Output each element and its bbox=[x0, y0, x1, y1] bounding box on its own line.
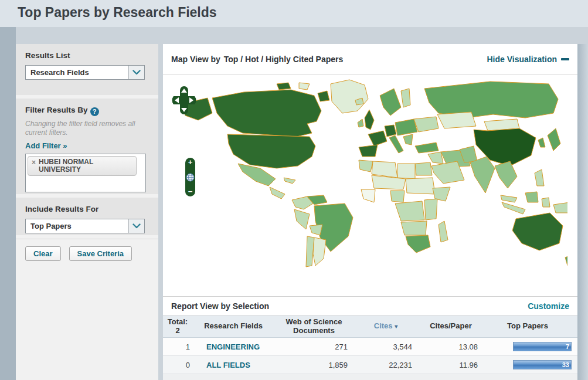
minus-icon bbox=[561, 58, 569, 60]
column-header-cites-sort[interactable]: Cites ▾ bbox=[354, 322, 418, 331]
remove-filter-icon[interactable]: × bbox=[32, 158, 36, 167]
top-papers-bar: 33 bbox=[513, 360, 572, 369]
globe-icon[interactable] bbox=[186, 173, 195, 182]
country-canada bbox=[212, 90, 321, 137]
save-criteria-button[interactable]: Save Criteria bbox=[69, 246, 132, 261]
total-header: Total: 2 bbox=[163, 318, 192, 335]
include-results-selected-value: Top Papers bbox=[26, 222, 128, 230]
report-view-title: Report View by Selection bbox=[171, 301, 269, 311]
filter-results-section: Filter Results By? Changing the filter f… bbox=[16, 99, 158, 194]
country-finland bbox=[401, 89, 410, 107]
country-uk bbox=[365, 110, 374, 130]
country-greenland bbox=[331, 80, 368, 113]
column-header-top-papers: Top Papers bbox=[484, 322, 577, 331]
right-gutter bbox=[577, 44, 588, 380]
total-value: 2 bbox=[163, 327, 192, 335]
country-germany bbox=[385, 125, 396, 137]
zoom-control[interactable]: + − bbox=[185, 158, 195, 196]
top-papers-value: 33 bbox=[562, 361, 569, 368]
left-gutter bbox=[0, 27, 16, 380]
map-countries[interactable] bbox=[182, 80, 567, 267]
country-papua-new-guinea bbox=[553, 202, 567, 213]
country-algeria bbox=[372, 161, 397, 178]
country-spain bbox=[359, 145, 378, 157]
include-results-section: Include Results For Top Papers bbox=[16, 198, 158, 235]
filter-results-label: Filter Results By? bbox=[25, 106, 149, 116]
country-kazakhstan bbox=[437, 112, 476, 128]
country-south-korea bbox=[538, 138, 545, 147]
sort-down-icon: ▾ bbox=[395, 323, 397, 330]
country-australia bbox=[512, 213, 563, 250]
top-papers-value: 7 bbox=[566, 343, 569, 350]
region-southeast-asia bbox=[495, 161, 517, 188]
country-philippines bbox=[535, 169, 544, 186]
chevron-down-icon[interactable] bbox=[128, 66, 144, 79]
country-south-africa bbox=[406, 235, 430, 253]
total-label: Total: bbox=[163, 318, 192, 327]
help-icon[interactable]: ? bbox=[90, 107, 99, 116]
zoom-out-icon[interactable]: − bbox=[188, 188, 193, 195]
country-usa bbox=[227, 134, 315, 168]
filter-chip[interactable]: × HUBEI NORMAL UNIVERSITY bbox=[28, 156, 137, 176]
country-france bbox=[368, 131, 387, 146]
zoom-in-icon[interactable]: + bbox=[188, 159, 193, 166]
map-view-title-prefix: Map View by bbox=[171, 55, 220, 64]
results-list-section: Results List Research Fields bbox=[16, 44, 158, 95]
active-filters-box: × HUBEI NORMAL UNIVERSITY bbox=[25, 154, 146, 192]
country-iraq bbox=[428, 152, 443, 164]
region-central-america bbox=[270, 187, 285, 199]
country-ireland bbox=[358, 119, 363, 127]
results-list-selected-value: Research Fields bbox=[26, 68, 128, 77]
region-central-europe bbox=[395, 119, 417, 135]
clear-button[interactable]: Clear bbox=[25, 246, 61, 261]
table-row: 1 ENGINEERING 271 3,544 13.08 7 bbox=[163, 338, 577, 356]
country-nigeria bbox=[390, 191, 405, 202]
country-india bbox=[470, 157, 495, 193]
pan-control[interactable] bbox=[171, 84, 197, 117]
country-ukraine bbox=[414, 117, 439, 132]
row-cites-per-paper: 13.08 bbox=[418, 342, 484, 351]
filters-sidebar: Results List Research Fields Filter Resu… bbox=[16, 44, 158, 380]
region-balkans bbox=[403, 134, 413, 145]
country-russia bbox=[424, 82, 558, 118]
arctic-island bbox=[318, 91, 329, 101]
country-egypt bbox=[415, 162, 432, 175]
region-sudan-chad bbox=[406, 178, 435, 194]
top-papers-bar: 7 bbox=[513, 342, 572, 351]
country-peru bbox=[294, 209, 310, 229]
add-filter-link[interactable]: Add Filter » bbox=[25, 141, 149, 150]
world-choropleth-map[interactable] bbox=[174, 78, 567, 275]
hide-visualization-link[interactable]: Hide Visualization bbox=[487, 55, 569, 64]
map-view-title-metric: Top / Hot / Highly Cited Papers bbox=[224, 55, 344, 64]
region-east-africa bbox=[424, 199, 437, 220]
row-rank: 1 bbox=[163, 342, 192, 351]
map-view-title: Map View byTop / Hot / Highly Cited Pape… bbox=[171, 55, 343, 64]
report-table-header: Total: 2 Research Fields Web of Science … bbox=[163, 315, 577, 338]
country-malaysia bbox=[501, 195, 517, 202]
country-argentina bbox=[313, 238, 326, 266]
region-west-africa bbox=[361, 189, 375, 202]
include-results-select[interactable]: Top Papers bbox=[25, 219, 145, 233]
customize-link[interactable]: Customize bbox=[528, 301, 569, 311]
chevron-down-icon[interactable] bbox=[128, 219, 144, 233]
row-cites: 3,544 bbox=[354, 342, 418, 351]
country-libya bbox=[397, 164, 415, 179]
include-results-label: Include Results For bbox=[25, 205, 149, 213]
country-japan bbox=[548, 128, 560, 151]
sidebar-buttons: Clear Save Criteria bbox=[25, 246, 132, 261]
row-cites: 22,231 bbox=[354, 361, 418, 369]
region-central-africa bbox=[395, 201, 424, 221]
island-sulawesi bbox=[542, 198, 550, 207]
region-indonesia bbox=[502, 202, 525, 214]
table-row: 0 ALL FIELDS 1,859 22,231 11.96 33 bbox=[163, 356, 577, 374]
country-morocco bbox=[359, 160, 373, 172]
country-bolivia bbox=[310, 225, 322, 235]
research-field-link[interactable]: ENGINEERING bbox=[206, 342, 260, 351]
row-rank: 0 bbox=[163, 361, 192, 369]
row-cites-per-paper: 11.96 bbox=[418, 361, 484, 369]
results-list-select[interactable]: Research Fields bbox=[25, 65, 145, 80]
country-new-zealand-south bbox=[565, 255, 567, 266]
research-field-link[interactable]: ALL FIELDS bbox=[206, 361, 250, 369]
country-turkey bbox=[415, 142, 439, 153]
island-borneo bbox=[525, 192, 538, 202]
